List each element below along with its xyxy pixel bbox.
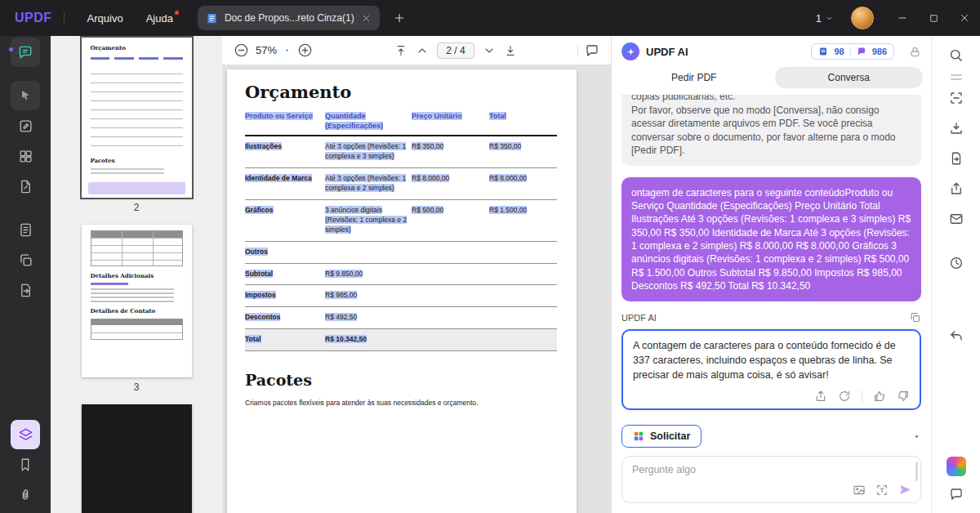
thumbnail-content bbox=[91, 230, 183, 266]
zoom-level[interactable]: 57% bbox=[256, 44, 277, 56]
actions-dropdown-button[interactable] bbox=[912, 432, 921, 441]
export-response-button[interactable] bbox=[814, 390, 827, 403]
menu-arquivo[interactable]: Arquivo bbox=[76, 7, 135, 29]
tab-pedir-pdf[interactable]: Pedir PDF bbox=[620, 67, 768, 88]
tab-title: Doc de Propos...reto Cinza(1) bbox=[225, 12, 354, 24]
thumbnail-content bbox=[91, 283, 128, 285]
copy-response-button[interactable] bbox=[909, 311, 921, 323]
attachment-tool-button[interactable] bbox=[11, 480, 40, 510]
thumbnail-content bbox=[91, 65, 183, 150]
next-page-icon[interactable] bbox=[483, 44, 496, 57]
updf-ai-assistant-button[interactable] bbox=[947, 457, 966, 476]
cell-unit-price: R$ 8.000,00 bbox=[412, 174, 449, 182]
rail-scroll-handle[interactable] bbox=[951, 74, 962, 80]
close-button[interactable] bbox=[949, 0, 980, 36]
comment-panel-icon[interactable] bbox=[585, 43, 599, 58]
save-button[interactable] bbox=[943, 116, 969, 141]
page-indicator[interactable]: 2 / 4 bbox=[437, 42, 474, 59]
cell-summary-label: Subtotal bbox=[245, 270, 273, 278]
cell-spec: Até 3 opções (Revisões: 1 complexa e 2 s… bbox=[325, 174, 406, 192]
history-button[interactable] bbox=[943, 251, 969, 275]
chevron-down-icon[interactable] bbox=[283, 47, 291, 54]
budget-table: Produto ou Serviço Quantidade (Especific… bbox=[245, 112, 557, 351]
thumbnail-content bbox=[91, 168, 164, 176]
updf-ai-logo-icon bbox=[621, 42, 639, 60]
feedback-button[interactable] bbox=[943, 482, 969, 506]
thumb-heading: Detalhes de Contato bbox=[91, 307, 156, 314]
edit-tool-button[interactable] bbox=[11, 111, 40, 141]
document-lines-icon bbox=[18, 222, 33, 238]
organize-pages-tool-button[interactable] bbox=[11, 141, 40, 171]
cell-total-value: R$ 10.342,50 bbox=[325, 335, 367, 343]
email-button[interactable] bbox=[943, 207, 969, 231]
table-row: Total R$ 10.342,50 bbox=[245, 329, 557, 351]
input-scrollbar[interactable] bbox=[915, 462, 918, 481]
ai-author-label: UPDF AI bbox=[621, 313, 657, 323]
document-viewport[interactable]: Orçamento Produto ou Serviço Quantidade … bbox=[222, 65, 611, 513]
thumbs-up-button[interactable] bbox=[873, 390, 886, 403]
page-thumbnail-3[interactable]: Detalhes Adicionais Detalhes de Contato bbox=[82, 225, 192, 377]
page-thumbnail-4[interactable] bbox=[82, 404, 192, 513]
cell-unit-price: R$ 350,00 bbox=[412, 142, 443, 150]
user-count-dropdown[interactable]: 1 bbox=[811, 9, 838, 28]
first-page-icon[interactable] bbox=[394, 44, 408, 57]
last-page-icon[interactable] bbox=[504, 44, 517, 57]
reader-tool-button[interactable] bbox=[11, 215, 40, 244]
share-button[interactable] bbox=[943, 176, 969, 201]
chevron-down-icon bbox=[826, 15, 833, 22]
minimize-button[interactable] bbox=[887, 0, 918, 36]
credit-doc-icon bbox=[818, 47, 828, 56]
response-meta-row: UPDF AI bbox=[621, 311, 921, 323]
divider bbox=[850, 47, 851, 56]
copy-pages-tool-button[interactable] bbox=[11, 245, 40, 274]
pdf-doc-icon bbox=[206, 12, 218, 25]
export-tool-button[interactable] bbox=[11, 275, 40, 305]
document-tab[interactable]: Doc de Propos...reto Cinza(1) bbox=[198, 6, 380, 30]
lock-icon[interactable] bbox=[909, 46, 921, 58]
undo-button[interactable] bbox=[943, 324, 969, 349]
text-recognition-button[interactable] bbox=[875, 484, 889, 497]
divider bbox=[862, 390, 862, 402]
bookmark-tool-button[interactable] bbox=[11, 450, 40, 480]
table-row: Gráficos 3 anúncios digitais (Revisões: … bbox=[245, 199, 557, 241]
ai-panel-title: UPDF AI bbox=[646, 46, 688, 58]
avatar[interactable] bbox=[851, 7, 874, 29]
regenerate-button[interactable] bbox=[838, 390, 851, 403]
send-button[interactable] bbox=[898, 483, 912, 497]
search-button[interactable] bbox=[943, 42, 969, 67]
credits-badge[interactable]: 98 986 bbox=[811, 43, 894, 60]
page-thumbnail-2[interactable]: Orçamento Pacotes bbox=[82, 38, 192, 198]
cell-spec: Até 3 opções (Revisões: 1 complexa e 3 s… bbox=[325, 142, 406, 160]
solicitar-button[interactable]: Solicitar bbox=[621, 425, 702, 448]
export-page-button[interactable] bbox=[943, 146, 969, 171]
attach-image-button[interactable] bbox=[853, 484, 866, 497]
chat-messages: cópias publicitárias, etc. Por favor, ob… bbox=[612, 95, 931, 417]
new-tab-icon[interactable] bbox=[393, 11, 406, 25]
select-tool-button[interactable] bbox=[11, 81, 40, 110]
ocr-button[interactable] bbox=[943, 86, 969, 110]
thumb-heading: Orçamento bbox=[91, 44, 126, 51]
thumbs-down-button[interactable] bbox=[897, 390, 910, 403]
maximize-button[interactable] bbox=[918, 0, 949, 36]
page-number-label: 2 bbox=[134, 202, 140, 213]
zoom-out-icon[interactable] bbox=[234, 42, 249, 58]
tab-close-icon[interactable] bbox=[361, 13, 372, 24]
cell-product: Ilustrações bbox=[245, 142, 282, 150]
chat-bubble-icon bbox=[949, 487, 964, 502]
undo-arrow-icon bbox=[949, 329, 964, 344]
page-arrow-icon bbox=[949, 151, 964, 166]
menu-ajuda[interactable]: Ajuda bbox=[135, 7, 185, 29]
previous-page-icon[interactable] bbox=[416, 44, 429, 57]
copy-icon bbox=[909, 311, 921, 323]
zoom-in-icon[interactable] bbox=[297, 42, 313, 58]
stack-tool-button[interactable] bbox=[11, 420, 40, 449]
bookmark-icon bbox=[18, 457, 33, 472]
tab-conversa[interactable]: Conversa bbox=[775, 67, 924, 88]
thumb-heading: Pacotes bbox=[91, 157, 115, 164]
cell-product: Gráficos bbox=[245, 206, 274, 214]
page-edit-tool-button[interactable] bbox=[11, 172, 40, 201]
column-header: Preço Unitário bbox=[412, 112, 462, 120]
text-scan-icon bbox=[875, 484, 889, 497]
thumb-heading: Detalhes Adicionais bbox=[91, 272, 154, 279]
comment-tool-button[interactable] bbox=[11, 38, 40, 67]
